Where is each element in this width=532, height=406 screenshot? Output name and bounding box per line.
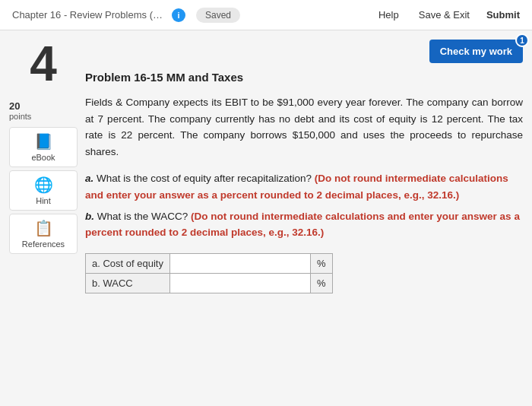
ebook-button[interactable]: 📘 eBook bbox=[9, 127, 78, 167]
book-icon: 📘 bbox=[34, 132, 53, 151]
header-title: Chapter 16 - Review Problems (G... bbox=[12, 9, 164, 21]
table-row: b. WACC % bbox=[86, 273, 333, 293]
main-content: 4 20 points 📘 eBook 🌐 Hint 📋 References … bbox=[0, 30, 532, 303]
check-my-work-label: Check my work bbox=[440, 46, 512, 57]
hint-icon: 🌐 bbox=[34, 176, 53, 194]
cost-of-equity-cell[interactable] bbox=[169, 253, 310, 273]
answer-table: a. Cost of equity % b. WACC % bbox=[85, 253, 333, 293]
question-number: 4 bbox=[9, 40, 78, 88]
notification-badge: 1 bbox=[515, 33, 529, 47]
submit-button[interactable]: Submit bbox=[486, 9, 520, 21]
question-a-label: a. bbox=[85, 173, 93, 184]
wacc-input[interactable] bbox=[176, 278, 304, 289]
check-my-work-row: Check my work 1 bbox=[85, 40, 523, 63]
question-a: a. What is the cost of equity after reca… bbox=[85, 170, 523, 203]
sidebar: 4 20 points 📘 eBook 🌐 Hint 📋 References bbox=[9, 40, 78, 293]
references-label: References bbox=[22, 239, 65, 249]
problem-body: Fields & Company expects its EBIT to be … bbox=[85, 94, 523, 160]
save-exit-button[interactable]: Save & Exit bbox=[419, 9, 470, 21]
cost-of-equity-unit: % bbox=[310, 253, 332, 273]
question-b: b. What is the WACC? (Do not round inter… bbox=[85, 208, 523, 241]
cost-of-equity-input[interactable] bbox=[176, 258, 304, 269]
help-button[interactable]: Help bbox=[378, 9, 399, 21]
question-b-text: What is the WACC? bbox=[97, 211, 191, 222]
problem-title: Problem 16-15 MM and Taxes bbox=[85, 71, 523, 84]
points-label: 20 points bbox=[9, 100, 78, 121]
check-my-work-button[interactable]: Check my work 1 bbox=[429, 40, 523, 63]
references-button[interactable]: 📋 References bbox=[9, 214, 78, 254]
wacc-label: b. WACC bbox=[86, 273, 170, 293]
wacc-cell[interactable] bbox=[169, 273, 310, 293]
page-header: Chapter 16 - Review Problems (G... i Sav… bbox=[0, 0, 532, 30]
saved-badge: Saved bbox=[196, 8, 240, 23]
problem-content: Check my work 1 Problem 16-15 MM and Tax… bbox=[85, 40, 523, 293]
table-row: a. Cost of equity % bbox=[86, 253, 333, 273]
ebook-label: eBook bbox=[31, 153, 55, 162]
question-a-text: What is the cost of equity after recapit… bbox=[97, 173, 315, 184]
references-icon: 📋 bbox=[34, 219, 53, 237]
hint-label: Hint bbox=[36, 196, 51, 205]
wacc-unit: % bbox=[310, 273, 332, 293]
hint-button[interactable]: 🌐 Hint bbox=[9, 170, 78, 211]
questions-list: a. What is the cost of equity after reca… bbox=[85, 170, 523, 240]
question-b-label: b. bbox=[85, 211, 94, 222]
cost-of-equity-label: a. Cost of equity bbox=[86, 253, 170, 273]
info-icon[interactable]: i bbox=[172, 8, 185, 22]
